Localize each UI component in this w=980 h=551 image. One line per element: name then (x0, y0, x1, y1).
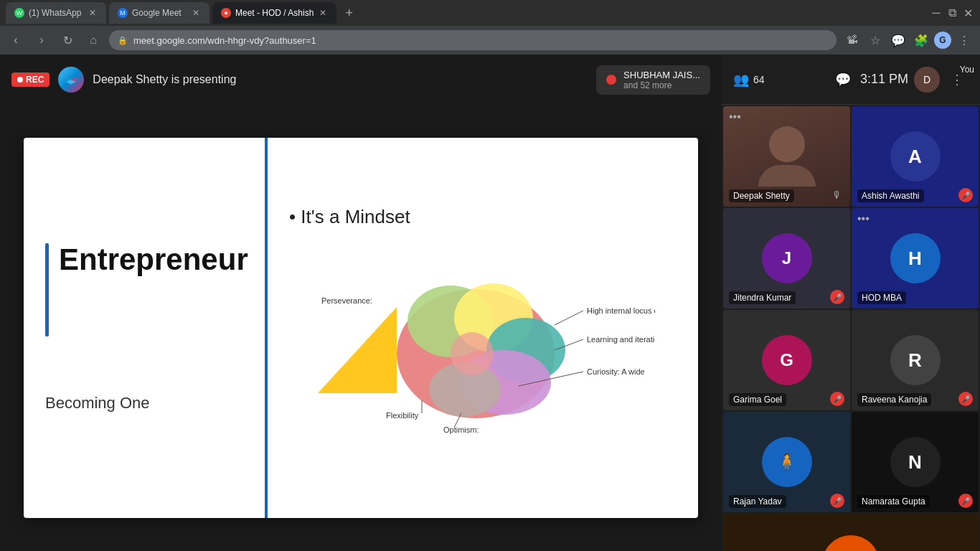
chat-button[interactable]: 💬 (888, 30, 908, 50)
svg-point-8 (451, 332, 494, 375)
slide-left: Entrepreneur Becoming One (24, 138, 268, 518)
meet-container: REC Deepak Shetty is presenting SHUBHAM … (0, 55, 980, 551)
tab-whatsapp[interactable]: W (1) WhatsApp ✕ (6, 2, 106, 24)
cast-button[interactable]: 📽 (842, 30, 862, 50)
svg-text:Perseverance:: Perseverance: (321, 296, 372, 305)
reload-button[interactable]: ↻ (57, 30, 77, 50)
close-button[interactable]: ✕ (961, 6, 974, 19)
tab-whatsapp-close[interactable]: ✕ (88, 6, 98, 19)
slide-title: Entrepreneur (59, 243, 248, 276)
tab-whatsapp-label: (1) WhatsApp (29, 8, 83, 18)
deepak-options[interactable]: ••• (729, 110, 741, 123)
rec-dot (17, 77, 23, 83)
lock-icon: 🔒 (118, 36, 128, 45)
jitendra-mic: 🎤 (830, 290, 844, 304)
tab-meet-hod-label: Meet - HOD / Ashish (235, 8, 314, 18)
back-button[interactable]: ‹ (6, 30, 26, 50)
home-button[interactable]: ⌂ (83, 30, 103, 50)
tab-google-meet-label: Google Meet (132, 8, 187, 18)
rajan-avatar: 🧍 (762, 437, 812, 487)
participant-tile-jitendra: J Jitendra Kumar 🎤 (723, 208, 850, 309)
menu-button[interactable]: ⋮ (954, 30, 974, 50)
garima-initial: G (762, 335, 812, 385)
slide-right: • It's a Mindset (268, 138, 698, 518)
namarata-mic: 🎤 (958, 494, 973, 508)
presenter-badge: SHUBHAM JAIS... and 52 more (596, 65, 710, 95)
ashish-avatar: A (890, 131, 941, 182)
presenter-dot (606, 75, 616, 85)
slide-bullet: • It's a Mindset (289, 206, 677, 228)
address-bar-row: ‹ › ↻ ⌂ 🔒 meet.google.com/wdn-hhgr-vdy?a… (0, 26, 980, 55)
user-avatar-header: D (914, 67, 940, 93)
garima-name: Garima Goel (729, 393, 786, 406)
namarata-avatar: N (890, 437, 941, 487)
bookmark-button[interactable]: ☆ (865, 30, 885, 50)
jitendra-name: Jitendra Kumar (729, 291, 796, 304)
deepak-name: Deepak Shetty (729, 189, 794, 202)
slide-left-inner: Entrepreneur (45, 243, 243, 336)
rajan-photo: 🧍 (762, 437, 812, 487)
arunima-avatar: A (822, 535, 880, 551)
participant-tile-namarata: N Namarata Gupta 🎤 (852, 412, 979, 512)
ashish-name: Ashish Awasthi (857, 189, 924, 202)
address-bar[interactable]: 🔒 meet.google.com/wdn-hhgr-vdy?authuser=… (109, 30, 837, 50)
participants-grid: ••• Deepak Shetty 🎙 A Ashish Awasthi 🎤 J… (722, 105, 980, 551)
participant-tile-raveena: R Raveena Kanojia 🎤 (852, 310, 979, 410)
deepak-body (758, 165, 816, 187)
forward-button[interactable]: › (32, 30, 52, 50)
hod-name: HOD MBA (857, 291, 906, 304)
restore-button[interactable]: ⧉ (946, 6, 958, 19)
svg-text:Flexibility: Flexibility (386, 411, 419, 420)
svg-text:Optimism:: Optimism: (443, 425, 479, 434)
participant-tile-garima: G Garima Goel 🎤 (723, 310, 850, 410)
participant-tile-deepak: ••• Deepak Shetty 🎙 (723, 106, 850, 207)
browser-chrome: W (1) WhatsApp ✕ M Google Meet ✕ ● Meet … (0, 0, 980, 55)
participants-number: 64 (753, 74, 765, 85)
sidebar-header: 👥 64 💬 3:11 PM D ⋮ (722, 55, 980, 105)
tab-bar: W (1) WhatsApp ✕ M Google Meet ✕ ● Meet … (0, 0, 980, 26)
namarata-name: Namarata Gupta (857, 495, 930, 508)
svg-marker-1 (318, 307, 397, 393)
rec-badge: REC (11, 72, 50, 87)
jitendra-initial: J (762, 233, 812, 283)
minimize-button[interactable]: ─ (930, 6, 943, 19)
hod-avatar: H (890, 233, 941, 283)
hod-options[interactable]: ••• (857, 212, 870, 225)
participants-count: 👥 64 (733, 72, 765, 88)
presenter-more: and 52 more (623, 80, 700, 90)
extensions-button[interactable]: 🧩 (911, 30, 931, 50)
slide-area: Entrepreneur Becoming One • It's a Minds… (0, 105, 722, 551)
profile-avatar[interactable]: G (934, 32, 951, 49)
ashish-mic: 🎤 (958, 188, 973, 202)
rajan-name: Rajan Yadav (729, 495, 786, 508)
sidebar: 👥 64 💬 3:11 PM D ⋮ ••• (722, 55, 980, 551)
tab-meet-hod-close[interactable]: ✕ (318, 6, 328, 19)
deepak-head (769, 126, 805, 162)
chat-sidebar-button[interactable]: 💬 (831, 68, 854, 91)
address-text: meet.google.com/wdn-hhgr-vdy?authuser=1 (133, 35, 828, 46)
tab-meet-hod[interactable]: ● Meet - HOD / Ashish ✕ (212, 2, 336, 24)
svg-text:High internal locus of control: High internal locus of control (587, 306, 655, 315)
meet-hod-favicon: ● (221, 8, 231, 18)
meet-top-bar: REC Deepak Shetty is presenting SHUBHAM … (0, 55, 722, 105)
slide-text-col: Entrepreneur (59, 243, 248, 298)
whatsapp-favicon: W (14, 8, 24, 18)
new-tab-button[interactable]: + (339, 6, 359, 21)
svg-text:D: D (923, 74, 930, 85)
participant-tile-rajan: 🧍 Rajan Yadav 🎤 (723, 412, 850, 512)
presenter-name: SHUBHAM JAIS... (623, 70, 700, 80)
google-meet-favicon: M (118, 8, 128, 18)
presenter-info: SHUBHAM JAIS... and 52 more (623, 70, 700, 90)
participant-tile-ashish: A Ashish Awasthi 🎤 (852, 106, 979, 207)
rajan-mic: 🎤 (830, 494, 844, 508)
tab-google-meet[interactable]: M Google Meet ✕ (109, 2, 209, 24)
meet-logo (58, 67, 84, 93)
tab-google-meet-close[interactable]: ✕ (191, 6, 201, 19)
rec-label: REC (26, 75, 44, 85)
participant-tile-arunima: A Arunima Sirohi 🎤 (723, 514, 979, 551)
participants-icon: 👥 (733, 72, 749, 88)
svg-text:Curiosity: A wide: Curiosity: A wide (587, 367, 645, 376)
you-label: You (960, 65, 974, 75)
slide-accent-bar (45, 243, 49, 336)
raveena-mic: 🎤 (958, 392, 973, 406)
